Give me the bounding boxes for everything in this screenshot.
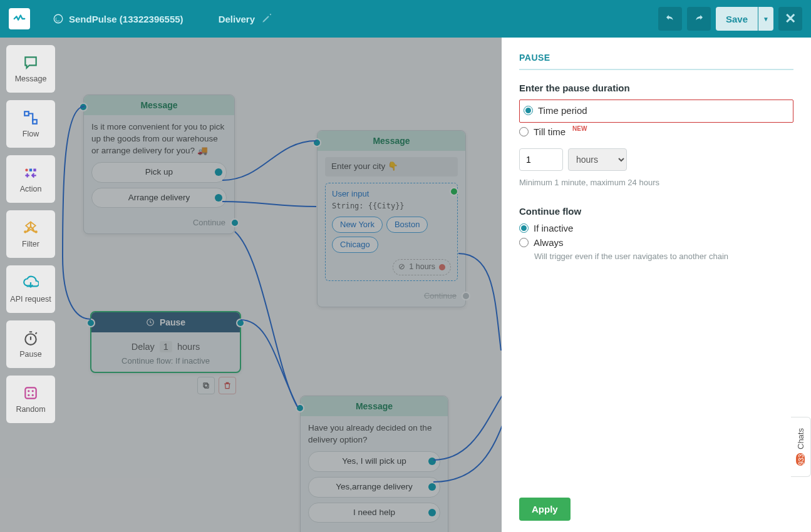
action-icon — [23, 165, 39, 181]
new-badge: NEW — [572, 125, 587, 132]
sidebar-item-message[interactable]: Message — [6, 45, 55, 93]
svg-point-14 — [32, 390, 34, 392]
radio-always-input[interactable] — [519, 238, 529, 247]
breadcrumb-flow[interactable]: Delivery — [209, 13, 287, 26]
flow-name: Delivery — [219, 14, 255, 24]
chats-count: 933 — [797, 453, 805, 466]
radio-till-time[interactable]: Till time NEW — [519, 126, 793, 137]
undo-button[interactable] — [658, 7, 682, 31]
chats-label: Chats — [796, 428, 805, 449]
svg-point-15 — [28, 394, 29, 396]
app-logo[interactable] — [9, 8, 30, 29]
svg-rect-12 — [25, 387, 36, 398]
sidebar-item-random[interactable]: Random — [6, 376, 55, 423]
random-icon — [23, 385, 39, 401]
duration-hint: Minimum 1 minute, maximum 24 hours — [519, 177, 793, 188]
radio-time-period[interactable]: Time period — [524, 105, 789, 116]
svg-point-13 — [28, 390, 29, 392]
redo-icon — [693, 13, 705, 24]
save-button[interactable]: Save — [716, 7, 758, 31]
chats-tab[interactable]: 933 Chats — [791, 417, 811, 477]
sidebar-item-api-request[interactable]: API request — [6, 265, 55, 313]
save-dropdown[interactable]: ▼ — [758, 7, 773, 31]
duration-label: Enter the pause duration — [519, 83, 793, 93]
svg-rect-8 — [33, 169, 36, 171]
sidebar-item-filter[interactable]: Filter — [6, 210, 55, 258]
svg-point-6 — [25, 169, 28, 171]
svg-point-0 — [54, 14, 63, 23]
pause-settings-panel: PAUSE Enter the pause duration Time peri… — [502, 38, 811, 532]
svg-rect-4 — [24, 111, 29, 116]
whatsapp-icon — [53, 13, 64, 24]
always-hint: Will trigger even if the user navigates … — [534, 252, 793, 261]
continue-flow-label: Continue flow — [519, 206, 793, 217]
redo-button[interactable] — [687, 7, 711, 31]
duration-unit-select[interactable]: hours — [568, 148, 627, 171]
api-icon — [23, 275, 39, 291]
radio-if-inactive[interactable]: If inactive — [519, 223, 793, 233]
pause-icon — [23, 330, 39, 346]
breadcrumb-account[interactable]: SendPulse (13322396555) — [43, 13, 194, 24]
radio-time-period-input[interactable] — [524, 106, 533, 115]
sidebar-item-pause[interactable]: Pause — [6, 320, 55, 368]
svg-point-16 — [32, 394, 34, 396]
message-icon — [23, 54, 39, 71]
undo-icon — [664, 13, 676, 24]
sidebar-item-flow[interactable]: Flow — [6, 100, 55, 148]
duration-value-input[interactable] — [519, 148, 563, 171]
svg-rect-7 — [29, 169, 32, 171]
sidebar-item-action[interactable]: Action — [6, 155, 55, 203]
svg-point-10 — [35, 230, 38, 233]
svg-point-9 — [24, 230, 26, 233]
radio-till-time-input[interactable] — [519, 127, 529, 136]
close-button[interactable]: ✕ — [778, 7, 802, 31]
filter-icon — [23, 220, 39, 236]
radio-always[interactable]: Always — [519, 237, 793, 248]
edit-icon[interactable] — [261, 13, 277, 26]
flow-icon — [23, 110, 39, 126]
apply-button[interactable]: Apply — [519, 498, 571, 521]
account-label: SendPulse (13322396555) — [69, 14, 183, 24]
radio-if-inactive-input[interactable] — [519, 223, 529, 233]
panel-title: PAUSE — [519, 53, 793, 70]
